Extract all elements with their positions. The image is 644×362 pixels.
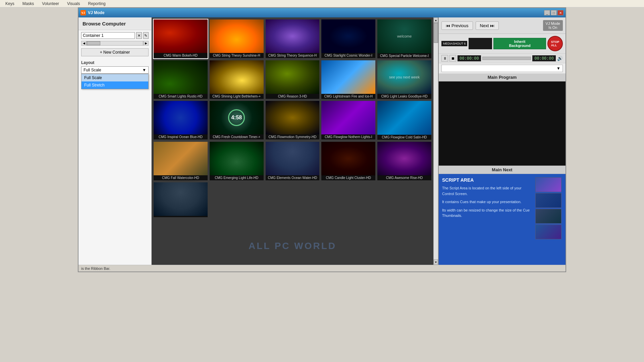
grid-item[interactable]: CMG Elements Ocean Water-HD xyxy=(265,141,320,181)
nav-reporting[interactable]: Reporting xyxy=(88,1,106,6)
title-bar: VJ VJ Mode _ □ ✕ xyxy=(78,8,566,17)
nav-keys[interactable]: Keys xyxy=(5,1,14,6)
grid-label: CMG String Theory Sunshine-H xyxy=(210,53,264,58)
grid-item[interactable]: CMG String Theory Sunshine-H xyxy=(209,19,264,59)
layout-option-full-stretch[interactable]: Full Stretch xyxy=(82,81,148,89)
grid-item[interactable]: CMG String Theory Sequence-H xyxy=(265,19,320,59)
script-thumb-3 xyxy=(535,209,561,224)
main-program-preview xyxy=(439,81,566,166)
grid-item[interactable]: CMG Flowglow Cold Satin-HD xyxy=(377,100,432,140)
main-next-label: Main Next xyxy=(439,166,566,174)
nav-volunteer[interactable]: Volunteer xyxy=(42,1,59,6)
grid-item[interactable]: CMG Shining Light Bethlehem-+ xyxy=(209,60,264,100)
previous-button[interactable]: ⏮ Previous xyxy=(441,21,473,30)
grid-label: CMG Elements Ocean Water-HD xyxy=(266,175,320,180)
preset-dropdown-arrow: ▼ xyxy=(556,66,560,71)
grid-item[interactable]: CMG Reason 3-HD xyxy=(265,60,320,100)
layout-label: Layout xyxy=(81,60,149,65)
grid-item[interactable]: CMG Fall Watercolor-HD xyxy=(153,141,208,181)
grid-label: CMG Candle Light Cluster-HD xyxy=(321,175,375,180)
grid-item[interactable]: CMG Flowglow Nothern Lights-I xyxy=(321,100,376,140)
grid-item[interactable]: CMG Candle Light Cluster-HD xyxy=(321,141,376,181)
app-icon: VJ xyxy=(80,10,86,15)
script-area-title: SCRIPT AREA xyxy=(442,177,533,183)
nav-masks[interactable]: Masks xyxy=(22,1,34,6)
next-label: Next xyxy=(480,23,489,28)
prev-icon: ⏮ xyxy=(446,23,450,28)
grid-label: CMG Shining Light Bethlehem-+ xyxy=(210,94,264,99)
pause-button[interactable]: ⏸ xyxy=(441,55,448,62)
grid-label: CMG Reason 3-HD xyxy=(266,94,320,99)
preset-dropdown[interactable]: ▼ xyxy=(441,65,563,72)
new-container-button[interactable]: + New Container xyxy=(81,48,149,56)
grid-item[interactable]: welcomeCMG Special Particle Welcome-I xyxy=(377,19,432,59)
layout-dropdown[interactable]: Full Scale ▼ Full Scale Full Stretch xyxy=(81,66,149,74)
grid-label: CMG Starlight Cosmic Wonder-I xyxy=(321,53,375,58)
grid-item[interactable]: see you next weekCMG Light Leaks Goodbye… xyxy=(377,60,432,100)
grid-item[interactable]: CMG Smart Lights Rustic-HD xyxy=(153,60,208,100)
grid-item[interactable] xyxy=(153,182,208,218)
grid-item[interactable]: CMG Flowmotion Symmetry-HD xyxy=(265,100,320,140)
grid-item[interactable]: CMG Emerging Light Life-HD xyxy=(209,141,264,181)
grid-label: CMG Fresh Countdown Timer-+ xyxy=(210,134,264,139)
layout-dropdown-selected[interactable]: Full Scale ▼ xyxy=(81,66,149,74)
maximize-button[interactable]: □ xyxy=(551,10,557,15)
grid-item[interactable]: CMG Inspiral Ocean Blue-HD xyxy=(153,100,208,140)
right-panel: ⏮ Previous Next ⏭ VJ ModeIs On MEDIASHOU… xyxy=(438,17,566,265)
watermark: ALL PC WORLD xyxy=(249,241,336,251)
grid-label: CMG String Theory Sequence-H xyxy=(266,53,320,58)
nav-visuals[interactable]: Visuals xyxy=(67,1,80,6)
time-start: 00:00:00 xyxy=(458,55,481,61)
container-name-input[interactable] xyxy=(81,32,135,39)
grid-label: CMG Smart Lights Rustic-HD xyxy=(154,94,208,99)
grid-label: CMG Flowmotion Symmetry-HD xyxy=(266,134,320,139)
grid-label: CMG Flowglow Cold Satin-HD xyxy=(377,135,431,140)
script-area-body: The Script Area is located on the left s… xyxy=(442,185,533,219)
grid-item[interactable]: CMG Warm Bokeh-HD xyxy=(153,19,208,59)
scroll-left-button[interactable]: ◀ xyxy=(81,41,87,46)
grid-label: CMG Awesome Rise-HD xyxy=(377,175,431,180)
layout-dropdown-menu: Full Scale Full Stretch xyxy=(81,74,149,89)
volume-icon: 🔊 xyxy=(557,56,563,61)
window-title: VJ Mode xyxy=(88,10,104,15)
dropdown-arrow-icon: ▼ xyxy=(142,68,146,72)
grid-item[interactable]: CMG Lightstream Fire and Ice-H xyxy=(321,60,376,100)
container-clear-button[interactable]: ✕ xyxy=(136,32,142,39)
close-button[interactable]: ✕ xyxy=(557,10,564,15)
vj-mode-badge: VJ ModeIs On xyxy=(543,20,563,31)
layout-selected-value: Full Scale xyxy=(84,68,101,72)
script-thumb-2 xyxy=(535,193,561,208)
top-nav: Keys Masks Volunteer Visuals Reporting xyxy=(0,0,644,7)
stop-button[interactable]: ⏹ xyxy=(449,55,456,62)
horizontal-scrollbar[interactable] xyxy=(87,41,143,46)
grid-item[interactable]: 4:58CMG Fresh Countdown Timer-+ xyxy=(209,100,264,140)
progress-bar[interactable] xyxy=(482,57,531,60)
inherit-background-button[interactable]: InheritBackground xyxy=(493,38,546,49)
scroll-up-button[interactable]: ▲ xyxy=(434,17,438,23)
next-button[interactable]: Next ⏭ xyxy=(476,21,499,30)
minimize-button[interactable]: _ xyxy=(544,10,550,15)
grid-item[interactable]: CMG Awesome Rise-HD xyxy=(377,141,432,181)
stop-all-button[interactable]: STOPALL xyxy=(547,36,563,51)
media-grid: CMG Warm Bokeh-HDCMG String Theory Sunsh… xyxy=(152,17,433,265)
grid-label xyxy=(154,216,208,217)
vertical-scrollbar[interactable]: ▲ ▼ xyxy=(433,17,438,265)
next-icon: ⏭ xyxy=(490,23,494,28)
grid-label: CMG Emerging Light Life-HD xyxy=(210,175,264,180)
script-area: SCRIPT AREA The Script Area is located o… xyxy=(439,174,566,265)
container-edit-button[interactable]: ✎ xyxy=(143,32,149,39)
layout-option-full-scale[interactable]: Full Scale xyxy=(82,74,148,81)
grid-label: CMG Flowglow Nothern Lights-I xyxy=(321,134,375,139)
scroll-right-button[interactable]: ▶ xyxy=(143,41,149,46)
main-program-label: Main Program xyxy=(439,73,566,81)
scroll-down-button[interactable]: ▼ xyxy=(434,259,438,265)
time-end: 00:00:00 xyxy=(532,55,556,61)
script-thumb-1 xyxy=(535,177,561,192)
media-logo: MEDIASHOUT 6 xyxy=(441,41,467,46)
browse-computer-header: Browse Computer xyxy=(78,17,151,30)
grid-label: CMG Fall Watercolor-HD xyxy=(154,175,208,180)
grid-label: CMG Special Particle Welcome-I xyxy=(377,53,431,58)
grid-item[interactable]: CMG Starlight Cosmic Wonder-I xyxy=(321,19,376,59)
grid-label: CMG Inspiral Ocean Blue-HD xyxy=(154,134,208,139)
grid-label: CMG Lightstream Fire and Ice-H xyxy=(321,94,375,99)
